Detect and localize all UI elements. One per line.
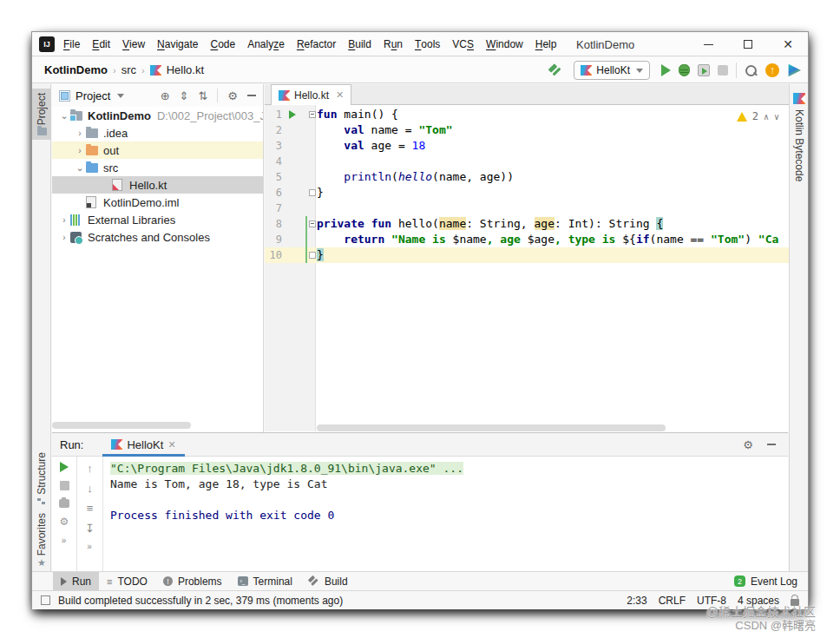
editor-tab-hello-kt[interactable]: Hello.kt ✕ [271,84,351,105]
menu-run[interactable]: Run [377,32,409,56]
close-button[interactable]: ✕ [768,32,808,56]
more-icon[interactable]: » [62,536,68,545]
tree-item-kotlindemo-iml[interactable]: KotlinDemo.iml [52,194,263,211]
close-tab-icon[interactable]: ✕ [336,89,344,101]
editor-line-6[interactable]: 6} [265,185,790,201]
more-icon[interactable]: » [87,542,93,551]
tree-item-out[interactable]: ›out [52,141,263,159]
menu-navigate[interactable]: Navigate [151,32,204,56]
search-everywhere-icon[interactable] [745,64,758,77]
run-tab-hellokt[interactable]: HelloKt ✕ [102,433,184,457]
run-settings-icon[interactable]: ⚙ [743,438,753,451]
toolwindow-toggle-icon[interactable] [41,595,50,605]
minimize-button[interactable] [688,32,728,56]
fold-marker-icon[interactable] [309,252,316,259]
tree-item--idea[interactable]: ›.idea [52,124,263,141]
chevron-expanded-icon[interactable]: ⌄ [58,110,70,122]
tree-item-kotlindemo[interactable]: ⌄KotlinDemoD:\002_Project\003_J [52,107,263,124]
project-horizontal-scrollbar[interactable] [52,422,191,429]
menu-analyze[interactable]: Analyze [241,32,291,56]
chevron-expanded-icon[interactable]: ⌄ [74,162,86,174]
menu-help[interactable]: Help [529,32,563,56]
menu-build[interactable]: Build [342,32,377,56]
build-icon[interactable] [548,63,562,77]
tool-button-project[interactable]: Project [32,89,51,140]
tool-button-structure[interactable]: Structure [32,448,51,510]
locate-file-icon[interactable]: ⊕ [161,89,170,102]
tool-window-button-build[interactable]: Build [300,572,356,590]
tool-window-button-problems[interactable]: !Problems [155,572,230,590]
menu-edit[interactable]: Edit [86,32,116,56]
tree-item-hello-kt[interactable]: Hello.kt [52,176,263,194]
tool-button-favorites[interactable]: Favorites ★ [32,509,51,572]
editor-line-7[interactable]: 7 [265,201,790,216]
tool-window-button-terminal[interactable]: ›_Terminal [230,572,300,590]
fold-marker-icon[interactable] [309,220,316,227]
editor-line-5[interactable]: 5 println(hello(name, age)) [265,169,790,185]
run-config-selector[interactable]: HelloKt [574,61,650,80]
run-label: Run: [60,438,83,451]
editor-horizontal-scrollbar[interactable] [317,424,666,431]
run-console[interactable]: "C:\Program Files\Java\jdk1.8.0_91\bin\j… [110,457,788,571]
collapse-all-icon[interactable]: ⇅ [198,89,207,102]
maximize-button[interactable] [728,32,768,56]
stop-button[interactable] [60,481,69,490]
editor-line-4[interactable]: 4 [265,154,790,169]
fold-marker-icon[interactable] [309,189,316,196]
breadcrumb-file[interactable]: Hello.kt [167,63,204,76]
kotlin-file-icon [150,65,161,76]
expand-all-icon[interactable]: ⇕ [180,89,189,102]
editor-line-10[interactable]: 10} [265,247,790,263]
breadcrumb-project[interactable]: KotlinDemo [44,63,108,76]
editor-line-2[interactable]: 2 val name = "Tom" [265,122,790,138]
tool-button-kotlin-bytecode[interactable]: Kotlin Bytecode [793,109,805,181]
debug-button[interactable] [679,64,690,76]
tree-item-scratches-and-consoles[interactable]: ›Scratches and Consoles [52,228,263,246]
menu-view[interactable]: View [116,32,151,56]
menu-vcs[interactable]: VCS [446,32,480,56]
menu-tools[interactable]: Tools [409,32,446,56]
coverage-button[interactable] [698,64,710,76]
status-widget[interactable]: CRLF [659,595,686,607]
dump-threads-icon[interactable] [59,499,69,508]
project-view-label[interactable]: Project [75,89,110,102]
chevron-collapsed-icon[interactable]: › [74,128,86,138]
event-log-label: Event Log [751,576,797,588]
menu-window[interactable]: Window [480,32,529,56]
run-line-icon[interactable] [289,110,296,119]
status-widget[interactable]: 2:33 [627,595,646,607]
editor-line-9[interactable]: 9 return "Name is $name, age $age, type … [265,232,790,247]
soft-wrap-icon[interactable]: ≡ [87,502,94,515]
settings-icon[interactable]: ⚙ [227,89,238,102]
tree-item-src[interactable]: ⌄src [52,159,263,176]
fold-marker-icon[interactable] [309,111,316,118]
menu-refactor[interactable]: Refactor [291,32,342,56]
tree-item-external-libraries[interactable]: ›External Libraries [52,211,263,228]
chevron-collapsed-icon[interactable]: › [58,233,70,242]
line-number: 5 [265,169,282,185]
tool-window-button-run[interactable]: Run [53,572,99,590]
breadcrumb-src[interactable]: src [121,63,136,76]
scroll-to-end-icon[interactable]: ↧ [85,522,95,535]
down-stack-icon[interactable]: ↓ [87,482,93,495]
ide-promo-icon[interactable] [787,64,801,77]
editor-line-8[interactable]: 8private fun hello(name: String, age: In… [265,216,790,232]
chevron-collapsed-icon[interactable]: › [74,146,86,155]
menu-code[interactable]: Code [204,32,241,56]
run-button[interactable] [661,64,671,76]
up-stack-icon[interactable]: ↑ [87,462,93,475]
editor-line-3[interactable]: 3 val age = 18 [265,138,790,154]
hide-panel-icon[interactable] [247,95,256,96]
update-notification-icon[interactable]: ↑ [765,63,779,77]
menu-file[interactable]: File [57,32,86,56]
event-log[interactable]: 2 Event Log [734,576,797,588]
stop-button[interactable] [718,65,728,76]
tool-window-button-todo[interactable]: ≡TODO [99,572,155,590]
editor-body[interactable]: 2 ∧ ∨ 1fun main() {2 val name = "Tom"3 v… [265,105,790,431]
editor-line-1[interactable]: 1fun main() { [265,107,790,122]
chevron-collapsed-icon[interactable]: › [58,215,70,225]
close-tab-icon[interactable]: ✕ [167,439,175,451]
run-gear-icon[interactable]: ⚙ [60,516,69,527]
hide-panel-icon[interactable] [767,444,776,445]
rerun-button[interactable] [60,462,69,472]
